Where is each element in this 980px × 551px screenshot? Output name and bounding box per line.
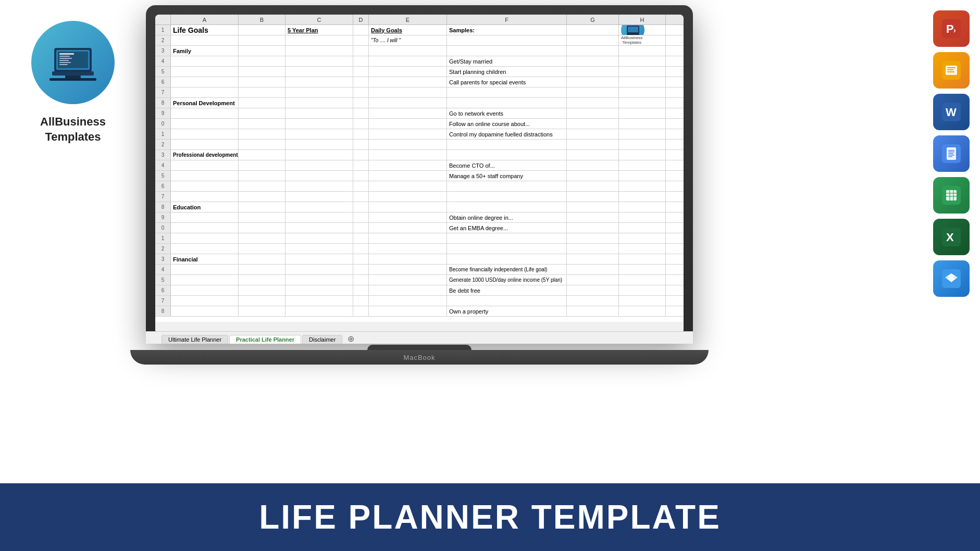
svg-rect-4: [59, 56, 70, 57]
col-header-g: G: [567, 15, 619, 24]
table-row: 0 Follow an online course about...: [155, 119, 684, 129]
cell-g1: [567, 25, 619, 35]
dropbox-icon[interactable]: [933, 260, 970, 297]
cell-a18: Education: [171, 202, 239, 212]
cell-f1: Samples:: [447, 25, 567, 35]
svg-rect-21: [947, 67, 956, 68]
svg-rect-3: [59, 53, 74, 55]
cell-a23: Financial: [171, 254, 239, 264]
table-row: 5 Generate 1000 USD/day online income (5…: [155, 275, 684, 285]
table-row: 3 Financial: [155, 254, 684, 265]
cell-a2: [171, 35, 239, 45]
sheet-tabs: Ultimate Life Planner Practical Life Pla…: [155, 331, 684, 334]
svg-rect-8: [59, 64, 68, 65]
table-row: 6 Call parents for special events: [155, 77, 684, 87]
cell-f28: Own a property: [447, 306, 567, 316]
svg-rect-5: [59, 58, 72, 59]
svg-rect-6: [59, 60, 69, 61]
cell-a13: Professional development/career: [171, 150, 239, 160]
col-header-e: E: [369, 15, 447, 24]
word-icon[interactable]: W: [933, 94, 970, 130]
cell-f9: Go to network events: [447, 108, 567, 118]
svg-rect-9: [52, 71, 94, 76]
excel-icon[interactable]: X: [933, 219, 970, 255]
table-row: 9 Obtain online degree in...: [155, 212, 684, 223]
brand-name: AllBusiness Templates: [40, 115, 106, 144]
table-row: 0 Get an EMBA degree...: [155, 223, 684, 233]
macbook-label: MacBook: [403, 354, 435, 361]
google-docs-icon[interactable]: [933, 135, 970, 172]
macbook-base: MacBook: [130, 350, 709, 365]
svg-rect-14: [627, 33, 639, 35]
svg-rect-30: [948, 153, 953, 154]
svg-rect-15: [630, 35, 636, 35]
banner-title: LIFE PLANNER TEMPLATE: [259, 498, 721, 536]
table-row: 7: [155, 296, 684, 306]
cell-a1: Life Goals: [171, 25, 239, 35]
col-header-c: C: [286, 15, 353, 24]
add-sheet-button[interactable]: ⊕: [348, 334, 354, 334]
cell-f26: Be debt free: [447, 285, 567, 295]
table-row: 4 Become CTO of...: [155, 160, 684, 171]
cell-d2: [353, 35, 369, 45]
cell-f20: Get an EMBA degree...: [447, 223, 567, 233]
cell-c2: [286, 35, 353, 45]
cell-f15: Manage a 50+ staff company: [447, 171, 567, 181]
table-row: 2: [155, 140, 684, 150]
cell-b2: [239, 35, 286, 45]
table-row: 2: [155, 244, 684, 254]
table-row: 3 Family: [155, 46, 684, 56]
bottom-banner: LIFE PLANNER TEMPLATE: [0, 483, 980, 551]
svg-rect-29: [948, 152, 954, 153]
svg-rect-34: [946, 190, 957, 201]
cell-f25: Generate 1000 USD/day online income (5Y …: [447, 275, 567, 285]
cell-h2: AllBusinessTemplates: [619, 35, 666, 45]
table-row: 4 Become financially independent (Life g…: [155, 265, 684, 275]
cell-f10: Follow an online course about...: [447, 119, 567, 129]
cell-a8: Personal Development: [171, 98, 239, 108]
cell-f19: Obtain online degree in...: [447, 212, 567, 222]
powerpoint-icon[interactable]: P ›: [933, 10, 970, 47]
svg-rect-32: [948, 156, 952, 157]
svg-rect-22: [947, 69, 953, 70]
allbiz-badge: [621, 25, 644, 35]
table-row: 5 Start planning children: [155, 67, 684, 77]
svg-rect-13: [628, 27, 638, 32]
cell-g2: [567, 35, 619, 45]
table-row: 4 Get/Stay married: [155, 56, 684, 67]
svg-rect-11: [49, 78, 96, 81]
macbook-notch: [367, 345, 472, 350]
table-row: 6: [155, 181, 684, 192]
brand-logo-circle: [31, 21, 115, 104]
col-header-a: A: [171, 15, 239, 24]
cell-c1: 5 Year Plan: [286, 25, 353, 35]
macbook-container: A B C D E F G H 1 Life Goals 5 Year Plan: [146, 5, 693, 365]
svg-text:P: P: [946, 22, 954, 35]
spreadsheet: A B C D E F G H 1 Life Goals 5 Year Plan: [155, 15, 684, 322]
macbook-screen: A B C D E F G H 1 Life Goals 5 Year Plan: [155, 15, 684, 334]
cell-f24: Become financially independent (Life goa…: [447, 265, 567, 274]
col-header-h: H: [619, 15, 666, 24]
svg-text:X: X: [946, 231, 954, 244]
svg-rect-7: [59, 62, 71, 63]
col-headers-row: A B C D E F G H: [155, 15, 684, 25]
table-row: 6 Be debt free: [155, 285, 684, 296]
table-row: 9 Go to network events: [155, 108, 684, 119]
table-row: 7: [155, 87, 684, 98]
cell-f5: Start planning children: [447, 67, 567, 77]
google-sheets-icon[interactable]: [933, 177, 970, 214]
cell-f6: Call parents for special events: [447, 77, 567, 87]
cell-d1: [353, 25, 369, 35]
svg-text:›: ›: [953, 26, 956, 34]
table-row: 8 Personal Development: [155, 98, 684, 108]
cell-e2: "To .... I will ": [369, 35, 447, 45]
left-branding-panel: AllBusiness Templates: [0, 0, 146, 375]
google-slides-icon[interactable]: [933, 52, 970, 89]
table-row: 1 Life Goals 5 Year Plan Daily Goals Sam…: [155, 25, 684, 35]
macbook-body: A B C D E F G H 1 Life Goals 5 Year Plan: [146, 5, 693, 344]
table-row: 3 Professional development/career: [155, 150, 684, 160]
svg-rect-23: [947, 71, 954, 72]
svg-rect-10: [65, 76, 81, 78]
table-row: 1 Control my dopamine fuelled distractio…: [155, 129, 684, 140]
table-row: 7: [155, 192, 684, 202]
